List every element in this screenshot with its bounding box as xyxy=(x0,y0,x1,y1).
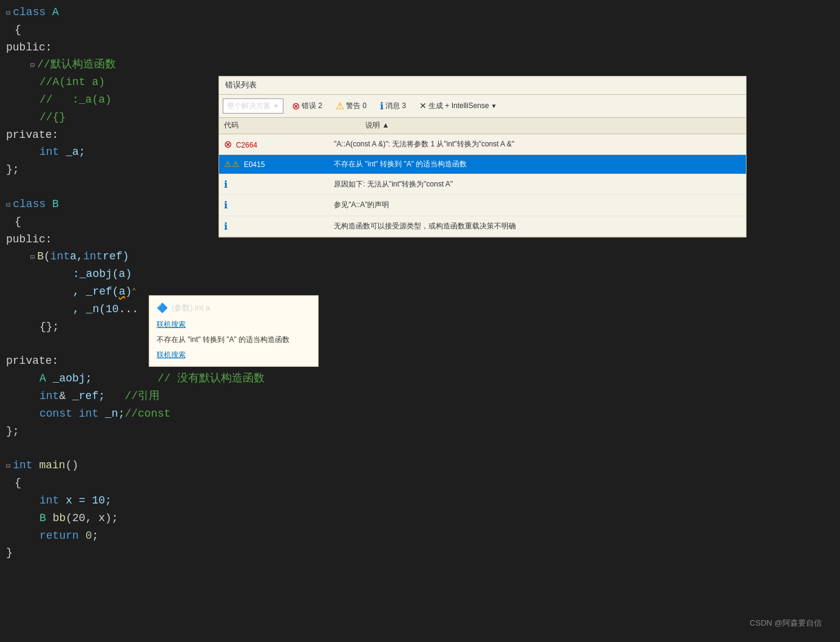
variable: _n; xyxy=(105,405,124,423)
keyword: int xyxy=(83,248,103,265)
code-line: {}; xyxy=(0,318,840,336)
code-text: {}; xyxy=(39,318,59,336)
code-line: ⊟ //默认构造函数 xyxy=(0,56,840,73)
variable: _ref; xyxy=(72,388,105,405)
classname: B xyxy=(52,196,59,213)
error-code-e0415: E0415 xyxy=(244,160,265,169)
code-line: , _n(10... xyxy=(0,301,840,318)
function: main xyxy=(39,457,65,474)
watermark: CSDN @阿森要自信 xyxy=(750,617,822,630)
info-row-icon3: ℹ xyxy=(224,221,228,231)
row-error-icon: ⊗ xyxy=(224,139,232,149)
code-text: private: xyxy=(6,126,58,144)
keyword: int xyxy=(39,492,59,510)
classname: A xyxy=(39,370,46,388)
code-line xyxy=(0,440,840,457)
error-desc: "A::A(const A &)": 无法将参数 1 从"int"转换为"con… xyxy=(329,134,746,155)
code-text: ... xyxy=(119,301,138,318)
code-text: } xyxy=(6,544,13,562)
keyword: int xyxy=(13,457,32,474)
code-line xyxy=(0,335,840,352)
collapse-icon[interactable]: ⊟ xyxy=(6,200,10,211)
collapse-icon[interactable]: ⊟ xyxy=(6,8,10,19)
error-toolbar[interactable]: 整个解决方案 ▼ ⊗ 错误 2 ⚠ 警告 0 ℹ 消息 3 ✕ 生成 + Int… xyxy=(219,95,746,118)
keyword: const xyxy=(39,405,72,423)
build-dropdown-arrow[interactable]: ▼ xyxy=(491,101,497,111)
info-row-icon1: ℹ xyxy=(224,179,228,190)
collapse-icon[interactable]: ⊟ xyxy=(6,461,10,473)
tooltip-popup: 🔷 (参数) int a 联机搜索 不存在从 "int" 转换到 "A" 的适当… xyxy=(149,295,319,367)
error-label: 错误 2 xyxy=(302,100,322,112)
code-line: ⊟ B(int a, int ref) xyxy=(0,248,840,265)
error-panel: 错误列表 整个解决方案 ▼ ⊗ 错误 2 ⚠ 警告 0 ℹ 消息 3 xyxy=(218,76,747,237)
warning-count-button[interactable]: ⚠ 警告 0 xyxy=(331,97,371,115)
message-count-button[interactable]: ℹ 消息 3 xyxy=(375,97,411,115)
row-error2-icon: ⚠⚠ xyxy=(224,159,240,169)
variable: :_aobj(a) xyxy=(73,265,132,283)
code-line: }; xyxy=(0,423,840,440)
variable: , _n(10 xyxy=(73,301,119,318)
code-line: A _aobj; // 没有默认构造函数 xyxy=(0,370,840,388)
code-line: , _ref(a) ⌃ xyxy=(0,283,840,301)
variable: , _ref( xyxy=(73,283,119,301)
code-text: }; xyxy=(6,423,19,440)
function: B xyxy=(37,248,44,265)
error-desc-e0415: 不存在从 "int" 转换到 "A" 的适当构造函数 xyxy=(329,155,746,174)
keyword: return xyxy=(39,527,79,545)
variable: a, xyxy=(70,248,83,265)
variable: _aobj; xyxy=(53,370,92,388)
scope-label: 整个解决方案 xyxy=(227,100,271,112)
code-text: public: xyxy=(6,231,52,248)
info-row-icon2: ℹ xyxy=(224,200,228,210)
variable: a xyxy=(119,283,126,301)
tooltip-header: 🔷 (参数) int a xyxy=(157,301,311,315)
code-line: { xyxy=(0,21,840,39)
code-line: public: xyxy=(0,39,840,56)
info-desc3: 无构造函数可以接受源类型，或构造函数重载决策不明确 xyxy=(329,216,746,237)
tooltip-error-text: 不存在从 "int" 转换到 "A" 的适当构造函数 xyxy=(157,334,311,346)
keyword: class xyxy=(13,4,46,21)
tooltip-link1[interactable]: 联机搜索 xyxy=(157,319,311,330)
code-line: int x = 10; xyxy=(0,492,840,510)
error-row-info3[interactable]: ℹ 无构造函数可以接受源类型，或构造函数重载决策不明确 xyxy=(219,216,746,237)
info-desc1: 原因如下: 无法从"int"转换为"const A" xyxy=(329,174,746,195)
tooltip-info-icon: 🔷 xyxy=(157,301,168,315)
error-row-info2[interactable]: ℹ 参见"A::A"的声明 xyxy=(219,195,746,216)
variable: x = 10; xyxy=(66,492,112,510)
squiggly-indicator: ⌃ xyxy=(132,286,136,298)
scope-select[interactable]: 整个解决方案 ▼ xyxy=(223,98,283,114)
code-line: int& _ref; //引用 xyxy=(0,388,840,405)
code-line: B bb(20, x); xyxy=(0,510,840,527)
code-text: private: xyxy=(6,352,58,370)
error-row-e0415[interactable]: ⚠⚠ E0415 不存在从 "int" 转换到 "A" 的适当构造函数 xyxy=(219,155,746,174)
comment: // 没有默认构造函数 xyxy=(157,370,264,388)
collapse-icon[interactable]: ⊟ xyxy=(30,252,35,264)
code-line: private: xyxy=(0,352,840,370)
scope-dropdown-arrow[interactable]: ▼ xyxy=(273,101,279,111)
comment: // :_a(a) xyxy=(39,91,112,109)
classname: A xyxy=(52,4,59,21)
keyword: int xyxy=(50,248,70,265)
code-line: return 0; xyxy=(0,527,840,545)
error-row-c2664[interactable]: ⊗ C2664 "A::A(const A &)": 无法将参数 1 从"int… xyxy=(219,134,746,155)
code-text: { xyxy=(15,21,21,39)
tooltip-link2[interactable]: 联机搜索 xyxy=(157,349,311,361)
build-label: 生成 + IntelliSense xyxy=(428,100,489,112)
error-row-info1[interactable]: ℹ 原因如下: 无法从"int"转换为"const A" xyxy=(219,174,746,195)
collapse-icon[interactable]: ⊟ xyxy=(30,60,35,72)
comment: //引用 xyxy=(124,388,160,405)
comment: //const xyxy=(124,405,171,423)
code-editor[interactable]: ⊟ class A { public: ⊟ //默认构造函数 //A(int a… xyxy=(0,0,840,642)
code-line: { xyxy=(0,474,840,492)
code-text: public: xyxy=(6,39,52,56)
code-text: }; xyxy=(6,161,19,179)
error-panel-title: 错误列表 xyxy=(219,77,746,95)
keyword: class xyxy=(13,196,46,213)
code-text: & xyxy=(59,388,72,405)
code-line: } xyxy=(0,544,840,562)
comment: //默认构造函数 xyxy=(37,56,116,73)
error-count-button[interactable]: ⊗ 错误 2 xyxy=(287,97,327,115)
build-button[interactable]: ✕ 生成 + IntelliSense ▼ xyxy=(415,98,502,114)
code-text: { xyxy=(15,474,21,492)
code-line: ⊟ int main() xyxy=(0,457,840,474)
